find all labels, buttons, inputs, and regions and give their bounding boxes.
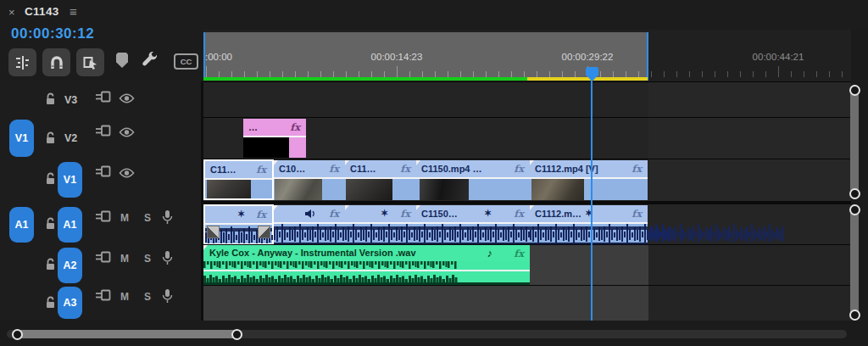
source-patch-a1[interactable]: A1 <box>9 207 34 243</box>
fx-badge: fx <box>514 163 524 175</box>
sync-lock-icon[interactable] <box>95 210 111 223</box>
clip-label: Kyle Cox - Anyway - Instrumental Version… <box>209 248 416 258</box>
clip-video[interactable]: C1112.mp4 [V] fx <box>530 160 648 200</box>
ruler-label: 00:00:44:21 <box>753 52 804 62</box>
speaker-icon <box>304 209 317 219</box>
clip-audio[interactable]: C1150… ✶ fx <box>416 205 530 244</box>
timeline-panel: × C1143 ≡ 00:00:30:12 CC <box>0 0 868 346</box>
clip-audio[interactable]: fx <box>274 205 345 244</box>
lock-icon[interactable] <box>44 172 57 186</box>
lock-icon[interactable] <box>44 131 57 145</box>
track-row-a1[interactable]: ✶ fx fx ✶ fx <box>203 204 851 245</box>
voiceover-record-mic-icon[interactable] <box>162 209 173 225</box>
solo-button[interactable]: S <box>144 212 151 224</box>
ruler-label: :00:00 <box>205 52 232 62</box>
mute-button[interactable]: M <box>120 291 129 303</box>
add-marker-icon[interactable] <box>116 53 128 68</box>
track-target-a2[interactable]: A2 <box>58 248 82 283</box>
insert-overwrite-nest-button[interactable] <box>8 48 36 76</box>
clip-thumbnail <box>243 137 289 158</box>
toggle-track-output-eye-icon[interactable] <box>119 127 135 137</box>
clip-video[interactable]: C10… fx <box>274 160 345 200</box>
clip-video[interactable]: C11… fx <box>203 159 274 200</box>
lock-icon[interactable] <box>44 258 57 271</box>
nest-icon <box>14 54 31 71</box>
fx-badge: fx <box>400 208 410 220</box>
sync-lock-icon[interactable] <box>95 91 111 103</box>
track-row-v1[interactable]: C11… fx C10… fx C11… fx C1150.mp4 … fx C… <box>203 159 851 201</box>
voiceover-record-mic-icon[interactable] <box>162 250 173 265</box>
clip-video[interactable]: C1150.mp4 … fx <box>416 160 530 200</box>
voiceover-record-mic-icon[interactable] <box>162 288 173 304</box>
close-panel-icon[interactable]: × <box>8 6 15 19</box>
track-header-column <box>0 81 201 321</box>
toggle-track-output-eye-icon[interactable] <box>119 168 135 178</box>
toggle-track-output-eye-icon[interactable] <box>119 93 135 103</box>
clip-video[interactable]: C11… fx <box>345 160 416 200</box>
clip-label: C1112.mp4 [V] <box>535 164 598 174</box>
fx-badge: fx <box>329 208 339 220</box>
ruler-label: 00:00:29:22 <box>562 52 614 62</box>
track-target-v1[interactable]: V1 <box>58 162 82 198</box>
fade-out-handle[interactable] <box>258 226 270 238</box>
mute-button[interactable]: M <box>120 212 129 224</box>
sequence-tab-title[interactable]: C1143 <box>25 5 59 18</box>
clip-graphic[interactable]: … fx <box>243 119 306 158</box>
track-target-a3[interactable]: A3 <box>58 287 82 319</box>
captions-cc-icon[interactable]: CC <box>174 53 198 70</box>
snap-button[interactable] <box>42 48 70 76</box>
render-bar-yellow <box>527 77 648 81</box>
render-bar-green <box>203 77 527 81</box>
track-name-v3[interactable]: V3 <box>64 94 77 106</box>
linked-selection-icon <box>82 54 99 71</box>
solo-button[interactable]: S <box>144 253 151 265</box>
clip-label: C11… <box>210 165 236 175</box>
lock-icon[interactable] <box>44 92 57 106</box>
ruler-label: 00:00:14:23 <box>371 52 423 62</box>
track-row-v2[interactable]: … fx <box>203 118 851 159</box>
video-tracks-scrollbar[interactable] <box>850 85 859 199</box>
linked-selection-button[interactable] <box>76 48 104 76</box>
fade-in-handle[interactable] <box>207 226 220 238</box>
track-target-a1[interactable]: A1 <box>58 207 82 243</box>
horizontal-zoom-scrollbar[interactable] <box>12 330 242 338</box>
fx-badge: fx <box>400 163 410 175</box>
playhead-timecode[interactable]: 00:00:30:12 <box>11 25 94 42</box>
video-scroll-handle-top[interactable] <box>849 85 860 96</box>
zoom-handle-right[interactable] <box>231 329 242 340</box>
clip-audio[interactable]: C1112.m… ✶ fx <box>530 205 648 244</box>
mute-button[interactable]: M <box>120 253 129 265</box>
fx-badge: fx <box>256 164 266 176</box>
sync-lock-icon[interactable] <box>95 165 111 178</box>
zoom-handle-left[interactable] <box>12 329 23 340</box>
clip-audio[interactable]: ✶ fx <box>203 204 274 245</box>
sync-lock-icon[interactable] <box>95 125 111 137</box>
audio-tracks-scrollbar[interactable] <box>850 204 859 320</box>
video-scroll-handle-bottom[interactable] <box>849 188 860 199</box>
clip-music[interactable]: Kyle Cox - Anyway - Instrumental Version… <box>203 245 530 285</box>
clip-thumbnail <box>420 179 469 200</box>
sync-lock-icon[interactable] <box>95 289 111 302</box>
track-row-a3[interactable] <box>203 286 851 321</box>
track-row-a2[interactable]: Kyle Cox - Anyway - Instrumental Version… <box>203 245 851 286</box>
solo-button[interactable]: S <box>144 291 151 303</box>
time-ruler[interactable]: :00:00 00:00:14:23 00:00:29:22 00:00:44:… <box>203 30 851 82</box>
track-name-v2[interactable]: V2 <box>64 132 77 144</box>
lock-icon[interactable] <box>44 217 57 231</box>
fx-badge: fx <box>329 163 339 175</box>
timeline-settings-wrench-icon[interactable] <box>140 49 160 70</box>
clip-label: C1150.mp4 … <box>421 164 482 174</box>
fx-badge: fx <box>256 209 266 220</box>
playhead-line[interactable] <box>591 67 593 321</box>
track-row-v3[interactable] <box>203 82 851 117</box>
clip-audio[interactable]: ✶ fx <box>345 205 416 244</box>
source-patch-v1[interactable]: V1 <box>9 120 34 157</box>
sync-lock-icon[interactable] <box>95 251 111 264</box>
music-note-icon: ♪ <box>487 247 493 260</box>
lock-icon[interactable] <box>44 296 57 310</box>
clip-thumbnail <box>275 179 322 200</box>
out-point-marker[interactable] <box>647 32 648 81</box>
panel-menu-icon[interactable]: ≡ <box>70 4 77 19</box>
audio-scroll-handle-top[interactable] <box>849 204 860 215</box>
audio-scroll-handle-bottom[interactable] <box>849 310 860 321</box>
